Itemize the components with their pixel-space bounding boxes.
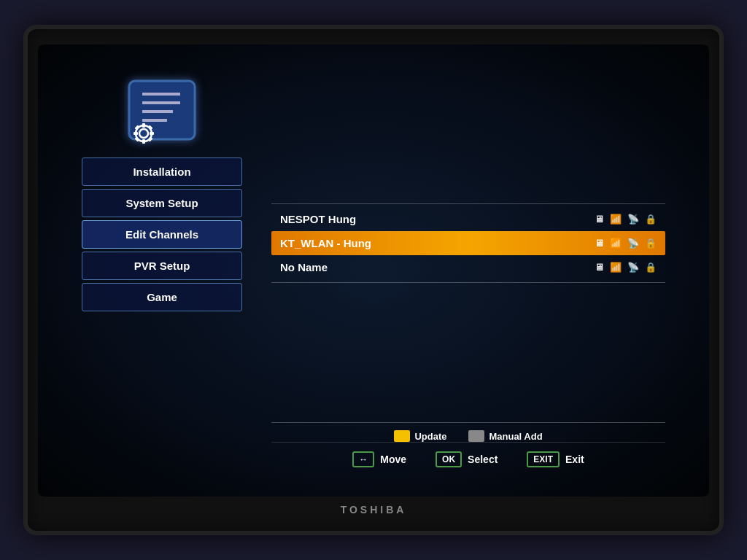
- screen-content: Installation System Setup Edit Channels …: [38, 44, 709, 497]
- left-panel: Installation System Setup Edit Channels …: [67, 66, 257, 475]
- menu-item-installation[interactable]: Installation: [82, 158, 242, 186]
- svg-rect-9: [133, 132, 138, 135]
- nav-select: OK Select: [436, 451, 498, 467]
- tv-screen: Installation System Setup Edit Channels …: [38, 44, 709, 497]
- network-icons-kt: 🖥 📶 📡 🔒: [595, 238, 657, 249]
- update-key: [394, 430, 410, 442]
- tv-outer: Installation System Setup Edit Channels …: [23, 25, 724, 535]
- nav-bar: ↔ Move OK Select EXIT Exit: [271, 442, 665, 467]
- signal-icon: 📡: [627, 214, 639, 225]
- move-key-box: ↔: [352, 451, 374, 467]
- wifi-icon: 📶: [610, 214, 622, 225]
- wifi-icon-3: 📶: [610, 262, 622, 273]
- exit-key-box: EXIT: [527, 451, 560, 467]
- menu-item-game[interactable]: Game: [82, 283, 242, 311]
- menu-list: Installation System Setup Edit Channels …: [82, 158, 242, 311]
- action-bar: Update Manual Add: [271, 422, 665, 442]
- network-list: NESPOT Hung 🖥 📶 📡 🔒 KT_WLAN - Hung 🖥: [271, 74, 665, 412]
- channel-edit-icon: [115, 74, 209, 158]
- bottom-divider: [271, 282, 665, 283]
- network-icons-noname: 🖥 📶 📡 🔒: [595, 262, 657, 273]
- action-manual-add: Manual Add: [468, 430, 542, 442]
- top-divider: [271, 203, 665, 204]
- network-item-nespot[interactable]: NESPOT Hung 🖥 📶 📡 🔒: [271, 207, 665, 231]
- lock-icon: 🔒: [645, 214, 657, 225]
- lock-icon-2: 🔒: [645, 238, 657, 249]
- nav-move: ↔ Move: [352, 451, 406, 467]
- wifi-icon-2: 📶: [610, 238, 622, 249]
- network-icons-nespot: 🖥 📶 📡 🔒: [595, 214, 657, 225]
- svg-rect-8: [142, 139, 145, 144]
- network-item-noname[interactable]: No Name 🖥 📶 📡 🔒: [271, 255, 665, 279]
- menu-item-system-setup[interactable]: System Setup: [82, 189, 242, 217]
- signal-icon-2: 📡: [627, 238, 639, 249]
- select-key-box: OK: [436, 451, 462, 467]
- svg-rect-10: [150, 132, 154, 135]
- action-update: Update: [394, 430, 446, 442]
- right-panel: NESPOT Hung 🖥 📶 📡 🔒 KT_WLAN - Hung 🖥: [257, 66, 680, 475]
- manual-add-key: [468, 430, 484, 442]
- tv-brand: TOSHIBA: [341, 504, 407, 516]
- menu-item-pvr-setup[interactable]: PVR Setup: [82, 252, 242, 280]
- monitor-icon: 🖥: [595, 214, 604, 225]
- nav-exit: EXIT Exit: [527, 451, 584, 467]
- svg-rect-7: [142, 123, 145, 128]
- monitor-icon-3: 🖥: [595, 262, 604, 273]
- signal-icon-3: 📡: [627, 262, 639, 273]
- monitor-icon-2: 🖥: [595, 238, 604, 249]
- menu-item-edit-channels[interactable]: Edit Channels: [82, 220, 242, 249]
- lock-icon-3: 🔒: [645, 262, 657, 273]
- network-item-kt-wlan[interactable]: KT_WLAN - Hung 🖥 📶 📡 🔒: [271, 231, 665, 255]
